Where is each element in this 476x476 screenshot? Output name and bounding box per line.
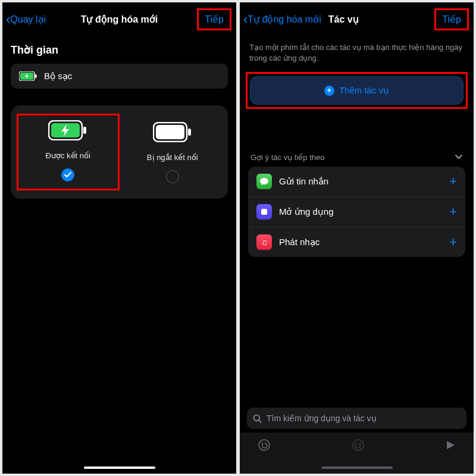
suggestions-header-label: Gợi ý tác vụ tiếp theo — [250, 153, 324, 162]
next-button[interactable]: Tiếp — [197, 8, 231, 30]
svg-rect-8 — [156, 125, 184, 139]
suggestion-label: Mở ứng dụng — [279, 206, 442, 217]
battery-charging-icon — [19, 71, 37, 81]
content-area: Thời gian Bộ sạc — [2, 36, 236, 464]
redo-icon[interactable] — [352, 439, 365, 455]
chevron-down-icon — [455, 153, 463, 162]
option-connected-label: Được kết nối — [46, 151, 90, 160]
add-action-label: Thêm tác vụ — [339, 85, 389, 96]
messages-app-icon — [256, 174, 272, 189]
radio-checked-icon — [61, 168, 74, 181]
plus-icon: + — [449, 204, 457, 220]
battery-disconnected-icon — [153, 120, 192, 145]
charger-options-card: Được kết nối Bị ngắt kết nối — [11, 105, 228, 199]
trigger-row-label: Bộ sạc — [44, 71, 72, 82]
page-title: Tác vụ — [328, 14, 435, 25]
description-text: Tạo một phím tắt cho các tác vụ mà bạn t… — [249, 42, 464, 64]
svg-rect-9 — [261, 209, 267, 215]
search-bar-container: Tìm kiếm ứng dụng và tác vụ — [240, 402, 474, 433]
music-app-icon: ♫ — [256, 234, 272, 250]
plus-icon: + — [449, 174, 457, 189]
nav-bar: ‹ Quay lại Tự động hóa mới Tiếp — [2, 2, 236, 36]
section-title: Thời gian — [11, 43, 228, 57]
content-area: Tạo một phím tắt cho các tác vụ mà bạn t… — [240, 36, 474, 402]
back-button[interactable]: ‹ Quay lại — [6, 14, 46, 25]
back-label: Quay lại — [10, 14, 46, 25]
suggestion-label: Gửi tin nhắn — [279, 176, 442, 187]
search-field[interactable]: Tìm kiếm ứng dụng và tác vụ — [247, 408, 466, 429]
home-indicator[interactable] — [321, 466, 393, 469]
svg-point-12 — [259, 440, 270, 450]
suggestions-list: Gửi tin nhắn + Mở ứng dụng + ♫ Phát nhạc… — [248, 167, 465, 257]
search-icon — [253, 414, 262, 423]
suggestion-play-music[interactable]: ♫ Phát nhạc + — [248, 227, 465, 257]
search-placeholder: Tìm kiếm ứng dụng và tác vụ — [267, 414, 377, 423]
option-disconnected-label: Bị ngắt kết nối — [147, 153, 198, 162]
svg-rect-1 — [35, 74, 37, 78]
radio-unchecked-icon — [166, 170, 179, 183]
back-label: Tự động hóa mới — [248, 14, 321, 25]
plus-circle-icon: + — [324, 86, 334, 96]
svg-rect-4 — [83, 127, 86, 134]
svg-line-11 — [259, 420, 261, 422]
suggestion-send-message[interactable]: Gửi tin nhắn + — [248, 167, 465, 197]
option-connected[interactable]: Được kết nối — [17, 114, 120, 190]
add-action-button[interactable]: + Thêm tác vụ — [250, 76, 464, 105]
open-app-icon — [256, 204, 272, 220]
svg-point-13 — [353, 440, 364, 450]
trigger-row-charger[interactable]: Bộ sạc — [11, 64, 228, 89]
svg-rect-7 — [188, 129, 191, 136]
undo-icon[interactable] — [258, 439, 271, 455]
home-indicator[interactable] — [84, 466, 155, 469]
screen-automation-trigger: ‹ Quay lại Tự động hóa mới Tiếp Thời gia… — [2, 2, 236, 474]
suggestion-label: Phát nhạc — [279, 237, 442, 248]
keyboard-accessory — [240, 433, 474, 464]
next-button[interactable]: Tiếp — [434, 8, 469, 30]
suggestion-open-app[interactable]: Mở ứng dụng + — [248, 197, 465, 227]
screen-automation-actions: ‹ Tự động hóa mới Tác vụ Tiếp Tạo một ph… — [240, 2, 474, 474]
option-disconnected[interactable]: Bị ngắt kết nối — [124, 116, 221, 186]
add-action-highlight: + Thêm tác vụ — [246, 72, 468, 109]
back-button[interactable]: ‹ Tự động hóa mới — [243, 14, 321, 25]
nav-bar: ‹ Tự động hóa mới Tác vụ Tiếp — [240, 2, 474, 36]
battery-connected-icon — [48, 118, 87, 143]
suggestions-header[interactable]: Gợi ý tác vụ tiếp theo — [248, 149, 465, 167]
plus-icon: + — [449, 234, 457, 250]
play-icon[interactable] — [445, 440, 456, 453]
